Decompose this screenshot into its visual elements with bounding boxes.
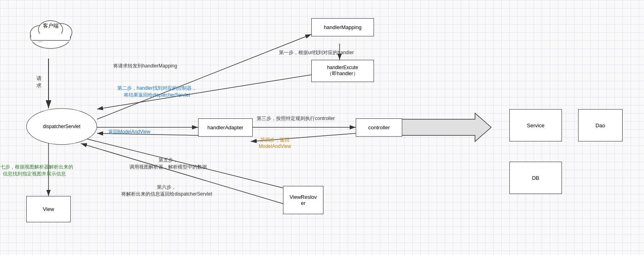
label-step2: 第二步，handler找到对应的控制器，将结果返回给dispatcherServ…	[117, 85, 196, 99]
client-label: 客户端	[36, 22, 65, 30]
client-cloud: 客户端	[24, 10, 77, 52]
handler-excute-label: handlerExcute（即handler）	[327, 65, 358, 77]
controller-node: controller	[356, 118, 402, 137]
label-step4: 第四步，返回ModelAndView	[259, 137, 291, 149]
view-node: View	[26, 196, 71, 222]
svg-marker-13	[394, 113, 491, 141]
label-to-handler-mapping: 将请求转发到handlerMapping	[113, 63, 177, 70]
dispatcher-servlet-node: dispatcherServlet	[26, 108, 97, 145]
view-resolver-label: ViewReslover	[289, 194, 317, 206]
request-label: 请求	[36, 75, 42, 89]
view-resolver-node: ViewReslover	[283, 186, 323, 214]
label-return-model-and-view: 返回ModelAndView	[108, 129, 150, 135]
diagram-canvas: 客户端 请求 dispatcherServlet handlerMapping …	[0, 0, 644, 255]
service-node: Service	[509, 109, 562, 141]
label-step1: 第一步，根据url找到对应的handler	[279, 49, 354, 56]
handler-excute-node: handlerExcute（即handler）	[311, 60, 374, 82]
label-step5: 第五步，调用视图解析器，解析模型中的数据	[129, 157, 207, 171]
label-step6: 第六步，将解析出来的信息返回给dispatcherServlet	[121, 184, 212, 198]
dao-node: Dao	[578, 109, 623, 141]
db-node: DB	[509, 162, 562, 194]
svg-line-3	[97, 34, 311, 119]
label-step7: 第七步，根据视图解析器解析出来的信息找到指定视图并展示信息	[0, 164, 75, 177]
label-step3: 第三步，按照特定规则执行controller	[257, 115, 335, 122]
handler-adapter-node: handlerAdapter	[198, 118, 253, 137]
cloud-svg	[24, 10, 77, 51]
handler-mapping-node: handlerMapping	[311, 18, 374, 36]
